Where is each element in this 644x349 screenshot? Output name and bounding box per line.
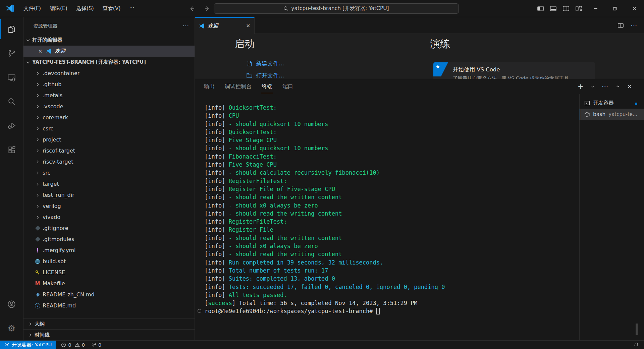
tree-file[interactable]: build.sbt (23, 256, 195, 267)
toggle-secondary-sidebar-icon[interactable] (561, 4, 571, 14)
new-terminal-icon[interactable]: + (578, 82, 584, 91)
panel-tab-端口[interactable]: 端口 (282, 83, 293, 90)
start-link[interactable]: 新建文件... (246, 60, 284, 67)
remote-icon (4, 342, 9, 347)
log-text: All tests passed. (225, 292, 287, 298)
ports-count: 0 (98, 342, 101, 348)
activity-search-icon[interactable] (0, 90, 23, 114)
walkthrough-card-get-started[interactable]: ★ 开始使用 VS Code 了解最佳自定义方法，使 VS Code 成为你的专… (433, 62, 595, 79)
terminal-instance-bash[interactable]: bashyatcpu-te... (580, 109, 644, 120)
timeline-section[interactable]: 时间线 (23, 329, 195, 340)
workspace-folder-header[interactable]: YATCPU-TEST-BRANCH [开发容器: YATCPU] (23, 57, 195, 68)
menu-item[interactable]: 选择(S) (72, 3, 98, 14)
workspace-file-tree: .gitignore.gitmodules!.mergify.ymlbuild.… (23, 223, 195, 311)
editor-more-actions-icon[interactable]: ··· (631, 22, 637, 29)
activity-source-control-icon[interactable] (0, 41, 23, 65)
tree-file-label: LICENSE (43, 269, 65, 276)
terminal-line: [info] Tests: succeeded 17, failed 0, ca… (205, 283, 579, 291)
menu-item[interactable]: ··· (125, 3, 139, 14)
tree-folder[interactable]: project (23, 134, 195, 145)
panel-tab-终端[interactable]: 终端 (262, 83, 272, 90)
tree-folder[interactable]: coremark (23, 112, 195, 123)
activity-extensions-icon[interactable] (0, 138, 23, 162)
log-tag: [info] (205, 178, 225, 184)
minimize-icon[interactable] (586, 0, 605, 17)
sidebar-more-actions-icon[interactable]: ··· (183, 22, 189, 29)
restore-icon[interactable] (605, 0, 625, 17)
terminal-line: [info] - should calculate recursively fi… (205, 169, 579, 177)
toggle-sidebar-icon[interactable] (535, 4, 545, 14)
command-center-search[interactable]: yatcpu-test-branch [开发容器: YatCPU] (214, 3, 459, 14)
menu-item[interactable]: 查看(V) (98, 3, 125, 14)
tree-folder[interactable]: vivado (23, 212, 195, 223)
log-text: - should read the written content (225, 194, 342, 200)
terminal-instance-开发容器[interactable]: 开发容器 (580, 97, 644, 109)
tree-folder[interactable]: .devcontainer (23, 68, 195, 79)
maximize-panel-icon[interactable] (615, 84, 620, 89)
tab-welcome[interactable]: 欢迎 ✕ (195, 17, 255, 34)
tree-folder[interactable]: csrc (23, 123, 195, 134)
panel-more-actions-icon[interactable]: ··· (602, 83, 608, 90)
ports-indicator[interactable]: 0 (91, 342, 103, 348)
close-panel-icon[interactable]: ✕ (627, 83, 632, 90)
panel-tab-调试控制台[interactable]: 调试控制台 (225, 83, 252, 90)
open-editors-header[interactable]: 打开的编辑器 (23, 35, 195, 46)
tree-folder-label: .metals (43, 92, 62, 99)
open-editor-item-welcome[interactable]: ✕ 欢迎 (23, 46, 195, 57)
tree-folder-label: coremark (43, 114, 68, 121)
terminal-line: [info] - should read the writing content (205, 250, 579, 258)
tree-file[interactable]: iREADME.md (23, 300, 195, 311)
activity-run-debug-icon[interactable] (0, 114, 23, 138)
tree-file[interactable]: LICENSE (23, 267, 195, 278)
error-count: 0 (68, 342, 71, 348)
log-tag: [info] (205, 218, 225, 225)
tree-folder[interactable]: target (23, 178, 195, 189)
panel-tab-输出[interactable]: 输出 (204, 83, 215, 90)
log-text: FibonacciTest: (225, 153, 277, 160)
tree-file[interactable]: .gitignore (23, 223, 195, 234)
notifications-bell-icon[interactable] (634, 342, 639, 348)
tree-folder[interactable]: .github (23, 79, 195, 90)
log-text: - should quicksort 10 numbers (225, 121, 328, 127)
terminal-scrollbar[interactable] (636, 324, 638, 335)
tree-file[interactable]: .gitmodules (23, 234, 195, 245)
tree-folder[interactable]: riscv-target (23, 156, 195, 167)
terminal-instance-detail: yatcpu-te... (608, 111, 637, 117)
bottom-panel: 输出调试控制台终端端口 + ··· ✕ [info] QuicksortTest… (195, 79, 644, 340)
tree-file[interactable]: README-zh_CN.md (23, 289, 195, 300)
tree-file[interactable]: !.mergify.yml (23, 245, 195, 256)
tree-folder[interactable]: .metals (23, 90, 195, 101)
close-window-icon[interactable] (625, 0, 644, 17)
forward-arrow-icon[interactable] (203, 4, 212, 13)
close-icon[interactable]: ✕ (38, 48, 43, 54)
menu-item[interactable]: 文件(F) (19, 3, 45, 14)
tree-file[interactable]: MMakefile (23, 278, 195, 289)
tree-folder[interactable]: verilog (23, 200, 195, 212)
terminal-output[interactable]: [info] QuicksortTest:[info] CPU[info] - … (195, 94, 579, 340)
tree-folder[interactable]: src (23, 167, 195, 178)
log-tag: [info] (205, 121, 225, 127)
back-arrow-icon[interactable] (187, 4, 197, 13)
terminal-prompt[interactable]: root@4e9e1fe6904b:/workspaces/yatcpu-tes… (205, 307, 579, 315)
customize-layout-icon[interactable] (574, 4, 584, 14)
problems-indicator[interactable]: 0 0 (61, 342, 86, 348)
menu-item[interactable]: 编辑(E) (45, 3, 72, 14)
toggle-panel-icon[interactable] (548, 4, 558, 14)
outline-section[interactable]: 大纲 (23, 318, 195, 329)
split-editor-icon[interactable] (618, 23, 624, 28)
start-link[interactable]: 打开文件... (246, 72, 284, 79)
log-text: QuicksortTest: (225, 104, 277, 111)
chevron-right-icon (35, 148, 40, 154)
tree-folder[interactable]: test_run_dir (23, 189, 195, 200)
tree-folder[interactable]: riscof-target (23, 145, 195, 156)
activity-files-icon[interactable] (0, 17, 23, 41)
terminal-dropdown-icon[interactable] (591, 84, 595, 89)
tree-folder[interactable]: .vscode (23, 101, 195, 112)
activity-account-icon[interactable] (0, 292, 23, 316)
error-icon (61, 342, 66, 347)
terminal-line: [info] - should read the written content (205, 193, 579, 201)
remote-indicator[interactable]: 开发容器: YatCPU (0, 341, 56, 349)
close-tab-icon[interactable]: ✕ (246, 23, 250, 29)
activity-remote-explorer-icon[interactable] (0, 65, 23, 90)
activity-settings-gear-icon[interactable]: ⚙ (0, 316, 23, 340)
